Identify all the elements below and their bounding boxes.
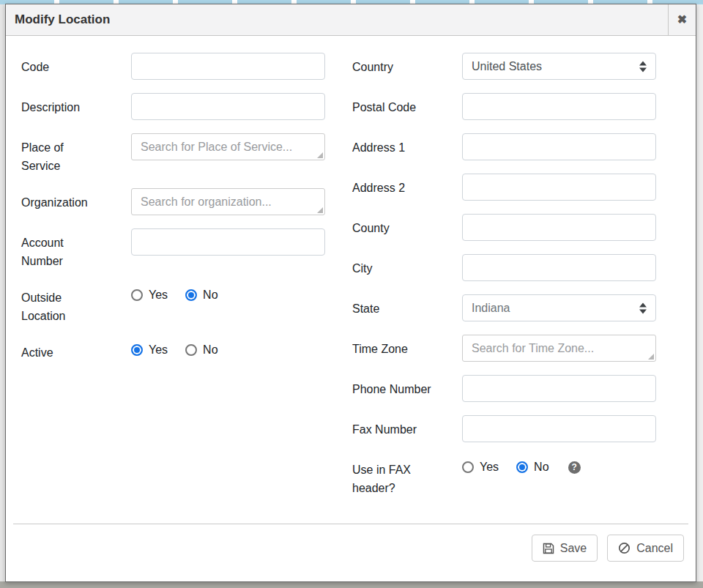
county-label: County bbox=[352, 214, 462, 237]
radio-yes-label: Yes bbox=[149, 289, 168, 302]
field-county: County bbox=[352, 214, 657, 241]
active-no-radio[interactable]: No bbox=[185, 343, 217, 357]
select-arrows-icon bbox=[639, 302, 647, 313]
use-in-fax-header-radio-group: Yes No ? bbox=[462, 455, 581, 474]
state-value: Indiana bbox=[472, 302, 510, 315]
field-address-2: Address 2 bbox=[352, 174, 657, 201]
form-right-column: Country United States Postal Code Addres… bbox=[352, 53, 696, 524]
field-postal-code: Postal Code bbox=[352, 93, 657, 120]
use-in-fax-header-no-radio[interactable]: No bbox=[516, 461, 548, 474]
state-label: State bbox=[352, 294, 462, 318]
field-state: State Indiana bbox=[352, 294, 657, 321]
field-code: Code bbox=[21, 53, 352, 80]
field-outside-location: Outside Location Yes No bbox=[21, 283, 352, 325]
radio-checked-icon bbox=[516, 461, 528, 473]
city-input[interactable] bbox=[462, 254, 656, 281]
select-arrows-icon bbox=[639, 61, 647, 72]
code-input[interactable] bbox=[131, 53, 325, 80]
place-of-service-search[interactable]: Search for Place of Service... bbox=[131, 133, 325, 160]
field-use-in-fax-header: Use in FAX header? Yes No ? bbox=[352, 455, 657, 497]
organization-placeholder: Search for organization... bbox=[141, 196, 272, 209]
resize-grip-icon bbox=[317, 152, 323, 158]
code-label: Code bbox=[21, 53, 131, 76]
country-label: Country bbox=[352, 53, 462, 76]
resize-grip-icon bbox=[648, 354, 654, 360]
modal-body: Code Description Place of Service Search… bbox=[6, 36, 696, 524]
postal-code-input[interactable] bbox=[462, 93, 656, 120]
county-input[interactable] bbox=[462, 214, 656, 241]
outside-location-label: Outside Location bbox=[21, 283, 131, 325]
radio-yes-label: Yes bbox=[480, 461, 499, 474]
city-label: City bbox=[352, 254, 462, 278]
radio-no-label: No bbox=[203, 343, 217, 357]
cancel-button[interactable]: Cancel bbox=[607, 535, 684, 562]
save-button-label: Save bbox=[560, 542, 587, 555]
phone-number-label: Phone Number bbox=[352, 375, 462, 398]
help-icon[interactable]: ? bbox=[568, 461, 581, 474]
account-number-input[interactable] bbox=[131, 228, 325, 256]
field-fax-number: Fax Number bbox=[352, 415, 657, 442]
radio-checked-icon bbox=[131, 344, 143, 356]
resize-grip-icon bbox=[317, 207, 323, 213]
organization-label: Organization bbox=[21, 188, 131, 212]
address-1-label: Address 1 bbox=[352, 133, 462, 157]
field-description: Description bbox=[21, 93, 352, 120]
field-address-1: Address 1 bbox=[352, 133, 657, 160]
address-2-label: Address 2 bbox=[352, 174, 462, 197]
place-of-service-placeholder: Search for Place of Service... bbox=[141, 141, 292, 154]
radio-yes-label: Yes bbox=[149, 343, 168, 357]
organization-search[interactable]: Search for organization... bbox=[131, 188, 325, 215]
active-yes-radio[interactable]: Yes bbox=[131, 343, 168, 357]
active-label: Active bbox=[21, 338, 131, 362]
field-active: Active Yes No bbox=[21, 338, 352, 362]
postal-code-label: Postal Code bbox=[352, 93, 462, 116]
modal-header: Modify Location ✖ bbox=[6, 4, 696, 36]
modal-title: Modify Location bbox=[6, 12, 668, 27]
address-2-input[interactable] bbox=[462, 174, 656, 201]
use-in-fax-header-yes-radio[interactable]: Yes bbox=[462, 461, 499, 474]
form-left-column: Code Description Place of Service Search… bbox=[21, 53, 352, 524]
save-icon bbox=[543, 543, 554, 554]
radio-no-label: No bbox=[203, 289, 217, 302]
field-city: City bbox=[352, 254, 657, 281]
country-select[interactable]: United States bbox=[462, 53, 656, 80]
field-organization: Organization Search for organization... bbox=[21, 188, 352, 215]
fax-number-label: Fax Number bbox=[352, 415, 462, 439]
active-radio-group: Yes No bbox=[131, 338, 218, 357]
save-button[interactable]: Save bbox=[532, 535, 598, 562]
radio-no-label: No bbox=[534, 461, 548, 474]
close-icon: ✖ bbox=[677, 14, 687, 26]
state-select[interactable]: Indiana bbox=[462, 294, 656, 321]
modify-location-modal: Modify Location ✖ Code Description Place… bbox=[5, 4, 696, 582]
outside-location-yes-radio[interactable]: Yes bbox=[131, 289, 168, 302]
time-zone-placeholder: Search for Time Zone... bbox=[472, 342, 594, 355]
fax-number-input[interactable] bbox=[462, 415, 656, 442]
modal-footer: Save Cancel bbox=[13, 524, 688, 581]
cancel-button-label: Cancel bbox=[636, 542, 673, 555]
background-right-strip bbox=[696, 4, 703, 582]
description-input[interactable] bbox=[131, 93, 325, 120]
field-place-of-service: Place of Service Search for Place of Ser… bbox=[21, 133, 352, 175]
radio-unchecked-icon bbox=[185, 344, 197, 356]
outside-location-no-radio[interactable]: No bbox=[185, 289, 217, 302]
field-time-zone: Time Zone Search for Time Zone... bbox=[352, 335, 657, 362]
use-in-fax-header-label: Use in FAX header? bbox=[352, 455, 462, 497]
country-value: United States bbox=[472, 60, 542, 73]
field-account-number: Account Number bbox=[21, 228, 352, 270]
outside-location-radio-group: Yes No bbox=[131, 283, 218, 302]
field-phone-number: Phone Number bbox=[352, 375, 657, 402]
time-zone-label: Time Zone bbox=[352, 335, 462, 358]
description-label: Description bbox=[21, 93, 131, 116]
phone-number-input[interactable] bbox=[462, 375, 656, 402]
time-zone-search[interactable]: Search for Time Zone... bbox=[462, 335, 656, 362]
account-number-label: Account Number bbox=[21, 228, 131, 270]
cancel-icon bbox=[618, 542, 631, 554]
radio-unchecked-icon bbox=[131, 289, 143, 301]
radio-checked-icon bbox=[185, 289, 197, 301]
close-button[interactable]: ✖ bbox=[668, 4, 696, 35]
place-of-service-label: Place of Service bbox=[21, 133, 131, 175]
address-1-input[interactable] bbox=[462, 133, 656, 160]
background-bottom-strip bbox=[0, 581, 703, 588]
field-country: Country United States bbox=[352, 53, 657, 80]
radio-unchecked-icon bbox=[462, 461, 474, 473]
